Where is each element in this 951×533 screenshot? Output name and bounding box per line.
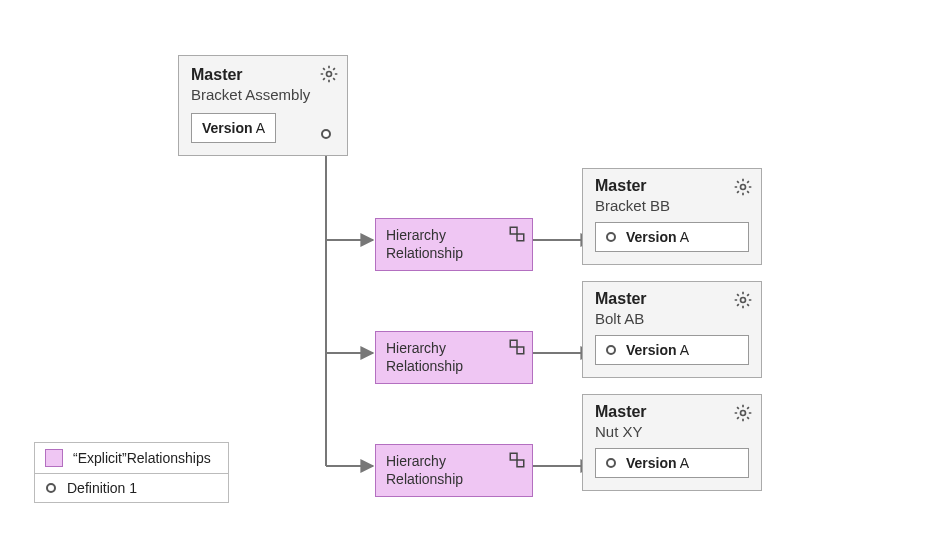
node-child-1: Master Bracket BB Version A — [582, 168, 762, 265]
gear-icon — [733, 403, 753, 423]
node-master-root: Master Bracket Assembly Version A — [178, 55, 348, 156]
relationship-node-1: HierarchyRelationship — [375, 218, 533, 271]
svg-rect-1 — [510, 227, 517, 234]
root-version: Version A — [191, 113, 276, 143]
port-root-out — [321, 129, 331, 139]
hierarchy-icon — [508, 451, 526, 469]
svg-rect-5 — [510, 453, 517, 460]
child-title: Master — [595, 290, 749, 308]
gear-icon — [733, 290, 753, 310]
port-in — [606, 345, 616, 355]
svg-point-9 — [741, 411, 746, 416]
gear-icon — [733, 177, 753, 197]
legend-swatch-icon — [45, 449, 63, 467]
gear-icon — [319, 64, 339, 84]
legend-explicit: “Explicit”Relationships — [34, 442, 229, 474]
child-subtitle: Bracket BB — [595, 197, 749, 214]
hierarchy-icon — [508, 225, 526, 243]
child-title: Master — [595, 177, 749, 195]
port-in — [606, 458, 616, 468]
child-version: Version A — [595, 335, 749, 365]
svg-rect-4 — [517, 347, 524, 354]
node-child-2: Master Bolt AB Version A — [582, 281, 762, 378]
relationship-node-3: HierarchyRelationship — [375, 444, 533, 497]
hierarchy-icon — [508, 338, 526, 356]
svg-rect-3 — [510, 340, 517, 347]
child-version: Version A — [595, 222, 749, 252]
relationship-node-2: HierarchyRelationship — [375, 331, 533, 384]
child-title: Master — [595, 403, 749, 421]
child-subtitle: Bolt AB — [595, 310, 749, 327]
legend-definition: Definition 1 — [34, 473, 229, 503]
legend-port-icon — [46, 483, 56, 493]
svg-point-0 — [327, 72, 332, 77]
svg-point-7 — [741, 185, 746, 190]
svg-rect-2 — [517, 234, 524, 241]
legend-definition-label: Definition 1 — [67, 480, 137, 496]
legend: “Explicit”Relationships Definition 1 — [34, 443, 229, 503]
child-subtitle: Nut XY — [595, 423, 749, 440]
child-version: Version A — [595, 448, 749, 478]
node-child-3: Master Nut XY Version A — [582, 394, 762, 491]
port-in — [606, 232, 616, 242]
legend-explicit-label: “Explicit”Relationships — [73, 450, 211, 466]
svg-rect-6 — [517, 460, 524, 467]
root-title: Master — [191, 66, 335, 84]
root-subtitle: Bracket Assembly — [191, 86, 335, 103]
svg-point-8 — [741, 298, 746, 303]
